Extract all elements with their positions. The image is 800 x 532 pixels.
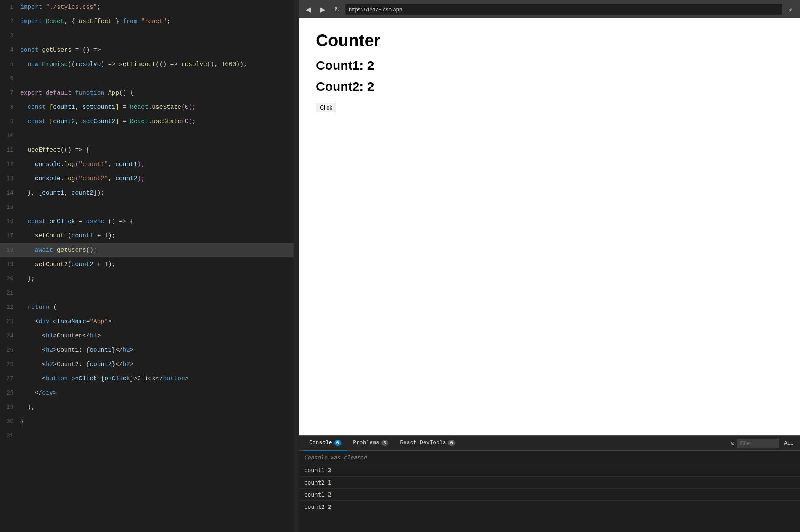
browser-content: Counter Count1: 2 Count2: 2 Click	[299, 18, 800, 435]
code-line: 1import "./styles.css";	[0, 0, 299, 14]
line-number: 10	[0, 129, 20, 143]
line-content: export default function App() {	[20, 86, 134, 100]
console-key: count2	[304, 479, 325, 486]
code-line: 10	[0, 129, 299, 143]
line-number: 19	[0, 257, 20, 271]
console-content: Console was cleared count12count21count1…	[299, 451, 800, 532]
code-line: 31	[0, 429, 299, 443]
code-line: 29 );	[0, 400, 299, 414]
console-value: 2	[328, 503, 331, 510]
editor-scrollbar[interactable]	[294, 0, 299, 532]
count1-display: Count1: 2	[316, 58, 783, 73]
line-number: 11	[0, 143, 20, 157]
line-number: 13	[0, 171, 20, 186]
line-number: 3	[0, 29, 20, 43]
line-number: 29	[0, 400, 20, 414]
line-number: 24	[0, 329, 20, 343]
line-number: 30	[0, 414, 20, 429]
console-row: count21	[299, 476, 800, 488]
console-tab-bar: Console 0 Problems 0 React DevTools 0 ⊘ …	[299, 436, 800, 451]
line-content: const [count1, setCount1] = React.useSta…	[20, 100, 196, 114]
refresh-icon: ↻	[334, 5, 340, 13]
line-number: 9	[0, 114, 20, 129]
line-number: 25	[0, 343, 20, 357]
console-key: count1	[304, 467, 325, 474]
filter-input[interactable]	[737, 439, 779, 448]
line-content: await getUsers();	[20, 243, 97, 257]
line-number: 17	[0, 229, 20, 243]
code-line: 21	[0, 286, 299, 300]
line-number: 31	[0, 429, 20, 443]
click-button[interactable]: Click	[316, 103, 336, 112]
line-number: 21	[0, 286, 20, 300]
line-number: 18	[0, 243, 20, 257]
line-content: );	[20, 400, 35, 414]
line-number: 8	[0, 100, 20, 114]
line-number: 7	[0, 86, 20, 100]
browser-toolbar: ◀ ▶ ↻ ⇗	[299, 0, 800, 18]
line-number: 2	[0, 14, 20, 29]
code-line: 22 return (	[0, 300, 299, 314]
line-number: 23	[0, 314, 20, 329]
line-content: <div className="App">	[20, 314, 112, 329]
console-row: count12	[299, 464, 800, 476]
tab-console[interactable]: Console 0	[303, 436, 347, 451]
tab-react-devtools[interactable]: React DevTools 0	[394, 436, 461, 451]
code-line: 9 const [count2, setCount2] = React.useS…	[0, 114, 299, 129]
code-line: 8 const [count1, setCount1] = React.useS…	[0, 100, 299, 114]
code-line: 25 <h2>Count1: {count1}</h2>	[0, 343, 299, 357]
line-content: <h2>Count1: {count1}</h2>	[20, 343, 134, 357]
line-content: const getUsers = () =>	[20, 43, 101, 57]
console-cleared-message: Console was cleared	[299, 451, 800, 464]
code-line: 5 new Promise((resolve) => setTimeout(()…	[0, 57, 299, 71]
console-value: 2	[328, 491, 331, 498]
line-content: new Promise((resolve) => setTimeout(() =…	[20, 57, 247, 71]
filter-all-label[interactable]: All	[781, 440, 796, 446]
code-editor: 1import "./styles.css";2import React, { …	[0, 0, 299, 532]
line-number: 22	[0, 300, 20, 314]
line-content: }, [count1, count2]);	[20, 186, 104, 200]
code-line: 15	[0, 200, 299, 214]
line-content: </div>	[20, 386, 57, 400]
console-panel: Console 0 Problems 0 React DevTools 0 ⊘ …	[299, 435, 800, 532]
code-line: 12 console.log("count1", count1);	[0, 157, 299, 171]
line-content: console.log("count1", count1);	[20, 157, 145, 171]
console-tab-label: Console	[309, 440, 332, 446]
line-content: setCount1(count1 + 1);	[20, 229, 115, 243]
back-icon: ◀	[306, 5, 311, 13]
problems-tab-badge: 0	[381, 440, 389, 446]
code-line: 23 <div className="App">	[0, 314, 299, 329]
line-number: 4	[0, 43, 20, 57]
line-number: 27	[0, 371, 20, 386]
line-number: 6	[0, 71, 20, 86]
forward-button[interactable]: ▶	[317, 3, 328, 15]
code-line: 3	[0, 29, 299, 43]
open-new-button[interactable]: ⇗	[785, 3, 797, 15]
react-devtools-tab-badge: 0	[448, 440, 455, 446]
forward-icon: ▶	[320, 5, 325, 13]
refresh-button[interactable]: ↻	[331, 3, 343, 15]
address-bar[interactable]	[345, 4, 782, 15]
console-value: 1	[328, 479, 331, 486]
line-content: import "./styles.css";	[20, 0, 101, 14]
line-number: 15	[0, 200, 20, 214]
open-new-icon: ⇗	[788, 6, 793, 13]
count2-display: Count2: 2	[316, 79, 783, 94]
back-button[interactable]: ◀	[302, 3, 314, 15]
line-content: import React, { useEffect } from "react"…	[20, 14, 170, 29]
console-key: count2	[304, 503, 325, 510]
console-row: count12	[299, 488, 800, 500]
line-number: 12	[0, 157, 20, 171]
code-line: 7export default function App() {	[0, 86, 299, 100]
code-line: 11 useEffect(() => {	[0, 143, 299, 157]
line-content: }	[20, 414, 24, 429]
react-devtools-tab-label: React DevTools	[400, 440, 446, 446]
code-line: 30}	[0, 414, 299, 429]
line-content: return (	[20, 300, 57, 314]
tab-problems[interactable]: Problems 0	[347, 436, 394, 451]
code-line: 28 </div>	[0, 386, 299, 400]
line-content: const [count2, setCount2] = React.useSta…	[20, 114, 196, 129]
line-number: 14	[0, 186, 20, 200]
line-number: 16	[0, 214, 20, 229]
line-content: <h2>Count2: {count2}</h2>	[20, 357, 134, 371]
